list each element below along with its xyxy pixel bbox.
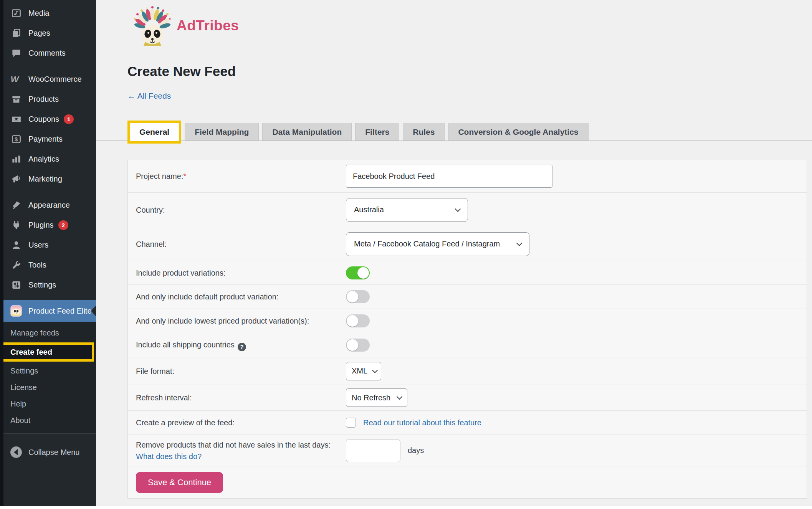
submenu-item-settings[interactable]: Settings	[0, 363, 96, 379]
appearance-icon	[10, 200, 22, 210]
marketing-icon	[10, 174, 22, 184]
collapse-menu-button[interactable]: Collapse Menu	[0, 442, 96, 462]
sidebar-item-product-feed-elite[interactable]: Product Feed Elite	[0, 300, 96, 322]
include-product-variations-toggle[interactable]	[346, 266, 370, 279]
submenu-item-about[interactable]: About	[0, 412, 96, 429]
tab-rules[interactable]: Rules	[403, 123, 445, 140]
sidebar-item-label: Tools	[28, 261, 46, 269]
comments-icon	[10, 48, 22, 58]
coupons-icon	[10, 114, 22, 124]
main-content: AdTribes Create New Feed ← All Feeds Gen…	[96, 0, 812, 506]
chevron-down-icon	[455, 206, 461, 212]
shipping-countries-label: Include all shipping countries?	[136, 339, 346, 351]
sidebar-item-users[interactable]: Users	[0, 235, 96, 255]
sidebar-item-comments[interactable]: Comments	[0, 43, 96, 63]
sidebar-item-appearance[interactable]: Appearance	[0, 195, 96, 215]
refresh-interval-select[interactable]: No Refresh	[346, 388, 407, 407]
tab-general[interactable]: General	[130, 123, 179, 141]
submenu-item-license[interactable]: License	[0, 379, 96, 396]
sidebar-item-products[interactable]: Products	[0, 89, 96, 109]
sidebar-item-label: Appearance	[28, 201, 70, 210]
days-suffix-label: days	[408, 446, 424, 455]
sidebar-item-analytics[interactable]: Analytics	[0, 149, 96, 169]
sidebar-item-woocommerce[interactable]: W WooCommerce	[0, 69, 96, 89]
submenu-item-label: Create feed	[10, 348, 52, 357]
payments-icon: $	[10, 134, 22, 144]
page-title: Create New Feed	[127, 64, 236, 79]
file-format-label: File format:	[136, 365, 346, 377]
file-format-row: File format: XML	[128, 357, 807, 385]
channel-selected-value: Meta / Facebook Catalog Feed / Instagram	[354, 240, 500, 248]
plugins-count-badge: 2	[58, 220, 68, 230]
remove-stale-products-label: Remove products that did not have sales …	[136, 439, 346, 462]
sidebar-item-tools[interactable]: Tools	[0, 255, 96, 275]
channel-select[interactable]: Meta / Facebook Catalog Feed / Instagram	[346, 232, 529, 256]
lowest-priced-variation-toggle[interactable]	[346, 314, 370, 327]
sidebar-item-label: Users	[28, 241, 48, 250]
sidebar-item-marketing[interactable]: Marketing	[0, 169, 96, 189]
svg-text:W: W	[10, 74, 19, 84]
feed-preview-checkbox[interactable]	[346, 418, 356, 428]
project-name-input[interactable]	[346, 165, 552, 188]
submenu-item-create-feed[interactable]: Create feed	[0, 342, 94, 362]
sidebar-item-label: WooCommerce	[28, 75, 82, 84]
sidebar-item-coupons[interactable]: Coupons 1	[0, 109, 96, 129]
adtribes-logo-text: AdTribes	[177, 18, 239, 34]
product-feed-elite-icon	[10, 305, 22, 317]
product-feed-elite-submenu: Manage feeds Create feed Settings Licens…	[0, 322, 96, 434]
sidebar-item-pages[interactable]: Pages	[0, 23, 96, 43]
tutorial-link[interactable]: Read our tutorial about this feature	[363, 418, 481, 427]
include-product-variations-label: Include product variations:	[136, 267, 346, 279]
sidebar-item-label: Coupons	[28, 115, 59, 124]
submenu-item-help[interactable]: Help	[0, 396, 96, 412]
tab-field-mapping[interactable]: Field Mapping	[185, 123, 259, 140]
toggle-knob	[347, 291, 358, 302]
submenu-item-manage-feeds[interactable]: Manage feeds	[0, 325, 96, 341]
coupons-count-badge: 1	[64, 114, 74, 124]
sidebar-item-payments[interactable]: $ Payments	[0, 129, 96, 149]
include-product-variations-row: Include product variations:	[128, 261, 807, 284]
analytics-icon	[10, 154, 22, 164]
toggle-knob	[347, 339, 358, 351]
adtribes-panda-logo-image	[134, 5, 170, 46]
file-format-selected-value: XML	[352, 367, 367, 375]
shipping-countries-toggle[interactable]	[346, 339, 370, 352]
refresh-interval-label: Refresh interval:	[136, 392, 346, 403]
submenu-item-label: Settings	[10, 367, 38, 375]
chevron-down-icon	[372, 367, 378, 373]
refresh-interval-row: Refresh interval: No Refresh	[128, 385, 807, 410]
what-does-this-do-link[interactable]: What does this do?	[136, 452, 202, 461]
plugins-icon	[10, 220, 22, 230]
sidebar-item-label: Settings	[28, 281, 56, 289]
default-product-variation-label: And only include default product variati…	[136, 291, 346, 302]
sidebar-item-settings[interactable]: Settings	[0, 275, 96, 295]
sidebar-item-label: Analytics	[28, 155, 59, 164]
sidebar-item-label: Marketing	[28, 175, 62, 183]
users-icon	[10, 240, 22, 250]
country-row: Country: Australia	[128, 192, 807, 227]
feed-tabs: General Field Mapping Data Manipulation …	[96, 121, 812, 141]
all-feeds-back-link[interactable]: ← All Feeds	[127, 91, 171, 101]
admin-sidebar: Media Pages Comments W WooCommerce Produ…	[0, 0, 96, 506]
days-input[interactable]	[346, 439, 400, 462]
tab-filters[interactable]: Filters	[355, 123, 399, 140]
products-icon	[10, 94, 22, 104]
shipping-countries-row: Include all shipping countries?	[128, 333, 807, 357]
save-continue-button[interactable]: Save & Continue	[136, 472, 223, 493]
sidebar-item-label: Products	[28, 95, 59, 104]
tab-data-manipulation[interactable]: Data Manipulation	[262, 123, 352, 140]
toggle-knob	[347, 315, 358, 327]
country-select[interactable]: Australia	[346, 198, 468, 222]
help-question-icon[interactable]: ?	[238, 343, 246, 351]
toggle-knob	[357, 267, 369, 279]
default-product-variation-toggle[interactable]	[346, 290, 370, 303]
sidebar-item-plugins[interactable]: Plugins 2	[0, 215, 96, 235]
sidebar-item-label: Product Feed Elite	[28, 307, 92, 316]
submenu-item-label: About	[10, 416, 30, 425]
refresh-interval-selected-value: No Refresh	[352, 393, 390, 402]
sidebar-item-label: Media	[28, 9, 49, 18]
sidebar-item-label: Payments	[28, 135, 63, 144]
sidebar-item-media[interactable]: Media	[0, 3, 96, 23]
tab-conversion-google-analytics[interactable]: Conversion & Google Analytics	[448, 123, 588, 140]
file-format-select[interactable]: XML	[346, 362, 381, 380]
